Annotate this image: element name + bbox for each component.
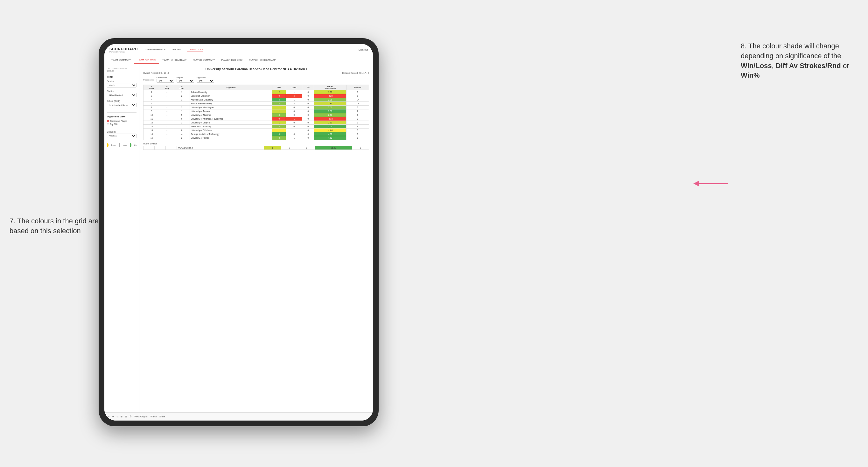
table-cell: 1: [272, 105, 286, 110]
table-cell: 2: [346, 110, 369, 113]
region-filter: Region (All): [177, 77, 194, 83]
table-cell: 0: [302, 94, 314, 98]
nav-teams[interactable]: TEAMS: [172, 48, 181, 52]
table-cell: 3: [174, 121, 190, 125]
table-cell: 0: [286, 132, 302, 136]
table-cell: 0: [302, 132, 314, 136]
table-cell: 0: [302, 113, 314, 117]
table-cell: 3: [346, 128, 369, 132]
table-cell: 3.67: [314, 105, 346, 110]
ood-diff: 26.00: [315, 146, 352, 150]
table-cell: 1: [272, 121, 286, 125]
table-cell: 0: [302, 125, 314, 128]
table-cell: 0: [302, 128, 314, 132]
annotation-right: 8. The colour shade will change dependin…: [741, 41, 862, 81]
tab-player-h2h-grid[interactable]: PLAYER H2H GRID: [218, 56, 246, 64]
table-cell: 0: [302, 102, 314, 105]
table-cell: 1: [174, 125, 190, 128]
table-cell: 1: [286, 136, 302, 140]
table-cell: -: [160, 132, 174, 136]
logo-area: SCOREBOARD Powered by clippd: [110, 47, 138, 53]
out-of-division-table: NCAA Division II 1 0 0 26.00 3: [143, 146, 369, 150]
table-cell: 1.83: [314, 102, 346, 105]
table-cell: 1: [286, 90, 302, 94]
division-select[interactable]: NCAA Division I: [107, 93, 136, 97]
legend-down-label: Down: [111, 144, 116, 146]
table-cell: 9: [346, 136, 369, 140]
nav-tournaments[interactable]: TOURNAMENTS: [144, 48, 165, 52]
table-cell: 2: [174, 105, 190, 110]
opponent-select[interactable]: (All): [197, 79, 214, 83]
table-row: 16-2University of Florida3104.629: [144, 136, 369, 140]
table-row: 4-1Arizona State University5102.2817: [144, 98, 369, 102]
tab-team-h2h-heatmap[interactable]: TEAM H2H HEATMAP: [159, 56, 190, 64]
table-cell: 2: [174, 102, 190, 105]
table-cell: 0: [302, 105, 314, 110]
division-label: Division: [107, 90, 136, 92]
grid-content: University of North Carolina Head-to-Hea…: [140, 64, 373, 421]
arrow-right-annotation: [693, 179, 731, 190]
table-cell: 4.62: [314, 136, 346, 140]
table-cell: -: [160, 136, 174, 140]
table-cell: 0: [302, 136, 314, 140]
legend-level-dot: [119, 143, 120, 147]
table-cell: -: [160, 117, 174, 121]
share-btn[interactable]: Share: [159, 415, 165, 418]
table-cell: University of Alabama: [190, 113, 272, 117]
opponent-view-label: Opponent View: [107, 115, 136, 118]
tab-team-h2h-grid[interactable]: TEAM H2H GRID: [134, 56, 159, 64]
sign-out-link[interactable]: Sign out: [359, 49, 368, 51]
colour-by-label: Colour by: [107, 131, 136, 133]
sub-nav: TEAM SUMMARY TEAM H2H GRID TEAM H2H HEAT…: [104, 56, 373, 64]
gender-select[interactable]: Men's: [107, 83, 136, 88]
table-cell: 12: [346, 102, 369, 105]
table-row: 9-1University of Arizona1009.002: [144, 110, 369, 113]
col-loss: Loss: [286, 85, 302, 90]
tab-player-h2h-heatmap[interactable]: PLAYER H2H HEATMAP: [246, 56, 279, 64]
nav-committee[interactable]: COMMITTEE: [187, 48, 204, 52]
view-label[interactable]: View: Original: [140, 415, 148, 418]
radio-top100[interactable]: Top 100: [107, 123, 136, 125]
col-rank: #Rank: [144, 85, 160, 90]
tab-player-summary[interactable]: PLAYER SUMMARY: [190, 56, 218, 64]
table-cell: Texas Tech University: [190, 125, 272, 128]
region-select[interactable]: (All): [177, 79, 194, 83]
legend-down-dot: [107, 143, 108, 147]
table-cell: 9: [346, 125, 369, 128]
table-cell: Arizona State University: [190, 98, 272, 102]
table-cell: University of Arkansas, Fayetteville: [190, 117, 272, 121]
table-cell: 0: [286, 121, 302, 125]
table-cell: 0: [302, 110, 314, 113]
school-select[interactable]: 1. University of Nort...: [107, 103, 136, 107]
table-cell: 4: [286, 94, 302, 98]
table-row: 8-2University of Washington1003.673: [144, 105, 369, 110]
color-legend: Down Level Up: [107, 143, 136, 147]
radio-opponents-played[interactable]: Opponents Played: [107, 120, 136, 122]
colour-by-select[interactable]: Win/loss: [107, 134, 136, 138]
grid-title: University of North Carolina Head-to-Hea…: [143, 67, 369, 71]
opponent-filter: Opponent (All): [197, 77, 214, 83]
table-cell: 0: [272, 117, 286, 121]
table-row: 14-0University of Oklahoma110-1.003: [144, 128, 369, 132]
watch-btn[interactable]: Watch: [151, 415, 157, 418]
col-tie: Tie: [302, 85, 314, 90]
table-cell: 2.33: [314, 121, 346, 125]
table-cell: 1: [286, 98, 302, 102]
table-cell: 1.67: [314, 90, 346, 94]
tablet-frame: SCOREBOARD Powered by clippd TOURNAMENTS…: [99, 38, 379, 426]
conference-select[interactable]: (All): [157, 79, 174, 83]
tab-team-summary[interactable]: TEAM SUMMARY: [108, 56, 134, 64]
col-conf: #Conf: [174, 85, 190, 90]
table-cell: 3: [272, 125, 286, 128]
table-cell: 2: [174, 136, 190, 140]
table-cell: 0: [286, 105, 302, 110]
table-cell: 3: [272, 113, 286, 117]
table-cell: University of Arizona: [190, 110, 272, 113]
table-cell: -: [160, 94, 174, 98]
legend-level-label: Level: [123, 144, 127, 146]
radio-dot-opponents: [107, 120, 109, 122]
table-cell: 2: [272, 90, 286, 94]
table-cell: -: [160, 98, 174, 102]
table-cell: 2: [286, 102, 302, 105]
table-cell: 1: [286, 128, 302, 132]
